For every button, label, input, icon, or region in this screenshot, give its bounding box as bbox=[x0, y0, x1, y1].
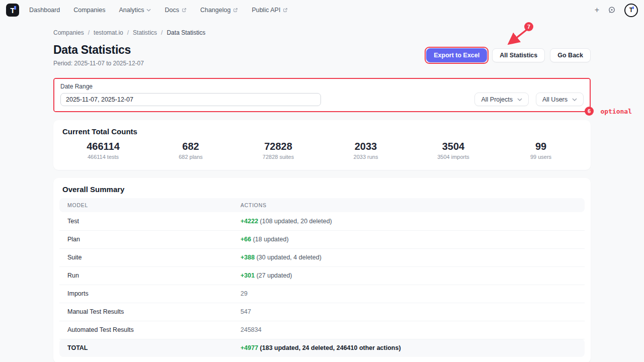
stat-label: 682 plans bbox=[147, 154, 234, 160]
export-to-excel-button[interactable]: Export to Excel bbox=[426, 48, 487, 62]
model-cell: Manual Test Results bbox=[59, 303, 232, 321]
actions-cell: +388 (30 updated, 4 deleted) bbox=[232, 248, 585, 266]
nav-item-companies[interactable]: Companies bbox=[73, 7, 105, 14]
table-row-manual-test-results: Manual Test Results547 bbox=[59, 303, 585, 321]
logo-accent bbox=[14, 6, 16, 10]
nav-item-dashboard[interactable]: Dashboard bbox=[29, 7, 60, 14]
breadcrumb-item-companies[interactable]: Companies bbox=[53, 29, 84, 36]
page-header: Data Statistics Period: 2025-11-07 to 20… bbox=[53, 43, 591, 67]
table-row-test: Test+4222 (108 updated, 20 deleted) bbox=[59, 212, 585, 230]
nav-item-label: Dashboard bbox=[29, 7, 60, 14]
nav-item-label: Analytics bbox=[119, 7, 144, 14]
summary-title: Overall Summary bbox=[59, 184, 585, 194]
table-row-plan: Plan+66 (18 updated) bbox=[59, 230, 585, 248]
overall-summary-card: Overall Summary Model Actions Test+4222 … bbox=[53, 178, 591, 362]
nav-item-docs[interactable]: Docs bbox=[165, 7, 186, 14]
summary-table: Model Actions Test+4222 (108 updated, 20… bbox=[59, 198, 585, 357]
actions-detail: (108 updated, 20 deleted) bbox=[260, 218, 332, 225]
avatar-accent bbox=[632, 7, 634, 9]
stat-label: 2033 runs bbox=[322, 154, 410, 160]
actions-detail: (27 updated) bbox=[257, 272, 292, 279]
model-cell: Plan bbox=[59, 230, 232, 248]
all-statistics-button[interactable]: All Statistics bbox=[492, 48, 545, 62]
annotation-step-7-badge: 7 bbox=[524, 22, 533, 31]
users-dropdown[interactable]: All Users bbox=[536, 93, 584, 106]
users-dropdown-label: All Users bbox=[542, 96, 568, 103]
actions-detail: (18 updated) bbox=[253, 236, 289, 243]
stat-value: 3504 bbox=[410, 141, 497, 152]
column-header-model: Model bbox=[59, 198, 232, 212]
created-delta: +4222 bbox=[240, 218, 258, 225]
stat-label: 72828 suites bbox=[234, 154, 322, 160]
projects-dropdown[interactable]: All Projects bbox=[474, 93, 529, 106]
user-avatar[interactable]: T bbox=[624, 4, 638, 17]
actions-detail: (30 updated, 4 deleted) bbox=[257, 254, 321, 261]
actions-cell: 245834 bbox=[232, 321, 585, 339]
nav-item-public-api[interactable]: Public API bbox=[252, 7, 288, 14]
actions-cell: +66 (18 updated) bbox=[232, 230, 585, 248]
page-title: Data Statistics bbox=[53, 43, 144, 57]
external-link-icon bbox=[182, 8, 187, 13]
support-chat-icon[interactable] bbox=[608, 6, 616, 14]
stat-466114-tests: 466114466114 tests bbox=[59, 141, 147, 160]
breadcrumb-separator: / bbox=[127, 29, 129, 36]
add-icon[interactable]: + bbox=[595, 6, 599, 14]
filters-card: Date Range All Projects All Users bbox=[54, 79, 590, 111]
stat-682-plans: 682682 plans bbox=[147, 141, 234, 160]
annotation-filters-outline: Date Range All Projects All Users bbox=[53, 78, 591, 112]
nav-right: + T bbox=[595, 4, 638, 17]
created-delta: +66 bbox=[240, 236, 251, 243]
stat-value: 72828 bbox=[234, 141, 322, 152]
actions-cell: 29 bbox=[232, 285, 585, 303]
breadcrumb-item-testomat-io[interactable]: testomat.io bbox=[94, 29, 123, 36]
chevron-down-icon bbox=[146, 9, 151, 12]
actions-detail: (183 updated, 24 deleted, 246410 other a… bbox=[260, 344, 401, 351]
actions-cell: 547 bbox=[232, 303, 585, 321]
stat-99-users: 9999 users bbox=[497, 141, 585, 160]
actions-cell: +4977 (183 updated, 24 deleted, 246410 o… bbox=[232, 339, 585, 357]
stats-row: 466114466114 tests682682 plans7282872828… bbox=[59, 141, 585, 164]
nav-item-analytics[interactable]: Analytics bbox=[119, 7, 151, 14]
nav-item-changelog[interactable]: Changelog bbox=[200, 7, 238, 14]
app-logo[interactable]: T bbox=[6, 4, 19, 17]
nav-item-label: Companies bbox=[73, 7, 105, 14]
nav-menu: DashboardCompaniesAnalyticsDocsChangelog… bbox=[29, 7, 288, 14]
breadcrumb-item-statistics[interactable]: Statistics bbox=[133, 29, 157, 36]
stat-label: 466114 tests bbox=[59, 154, 147, 160]
breadcrumb-item-data-statistics: Data Statistics bbox=[167, 29, 205, 36]
breadcrumb-separator: / bbox=[88, 29, 90, 36]
header-buttons: Export to Excel All Statistics Go Back bbox=[426, 48, 591, 62]
actions-count: 29 bbox=[240, 290, 248, 297]
actions-cell: +301 (27 updated) bbox=[232, 266, 585, 285]
nav-item-label: Public API bbox=[252, 7, 280, 14]
main-content: Companies/testomat.io/Statistics/Data St… bbox=[53, 29, 591, 362]
projects-dropdown-label: All Projects bbox=[481, 96, 513, 103]
stat-value: 682 bbox=[147, 141, 234, 152]
go-back-button[interactable]: Go Back bbox=[550, 48, 591, 62]
annotation-optional-label: optional bbox=[600, 108, 632, 115]
date-range-label: Date Range bbox=[60, 83, 584, 90]
stat-label: 99 users bbox=[497, 154, 585, 160]
stat-3504-imports: 35043504 imports bbox=[410, 141, 497, 160]
column-header-actions: Actions bbox=[232, 198, 585, 212]
table-row-suite: Suite+388 (30 updated, 4 deleted) bbox=[59, 248, 585, 266]
chevron-down-icon bbox=[517, 98, 522, 101]
model-cell: Automated Test Results bbox=[59, 321, 232, 339]
stat-2033-runs: 20332033 runs bbox=[322, 141, 410, 160]
totals-title: Current Total Counts bbox=[59, 126, 585, 136]
created-delta: +388 bbox=[240, 254, 255, 261]
model-cell: Suite bbox=[59, 248, 232, 266]
current-total-counts-card: Current Total Counts 466114466114 tests6… bbox=[53, 120, 591, 170]
nav-item-label: Changelog bbox=[200, 7, 230, 14]
external-link-icon bbox=[283, 8, 288, 13]
table-row-automated-test-results: Automated Test Results245834 bbox=[59, 321, 585, 339]
breadcrumb-separator: / bbox=[161, 29, 163, 36]
top-navbar: T DashboardCompaniesAnalyticsDocsChangel… bbox=[0, 0, 644, 20]
breadcrumb: Companies/testomat.io/Statistics/Data St… bbox=[53, 29, 591, 36]
chevron-down-icon bbox=[572, 98, 577, 101]
date-range-input[interactable] bbox=[60, 93, 321, 106]
nav-item-label: Docs bbox=[165, 7, 179, 14]
created-delta: +4977 bbox=[240, 344, 258, 351]
model-cell: TOTAL bbox=[59, 339, 232, 357]
actions-count: 245834 bbox=[240, 326, 262, 333]
